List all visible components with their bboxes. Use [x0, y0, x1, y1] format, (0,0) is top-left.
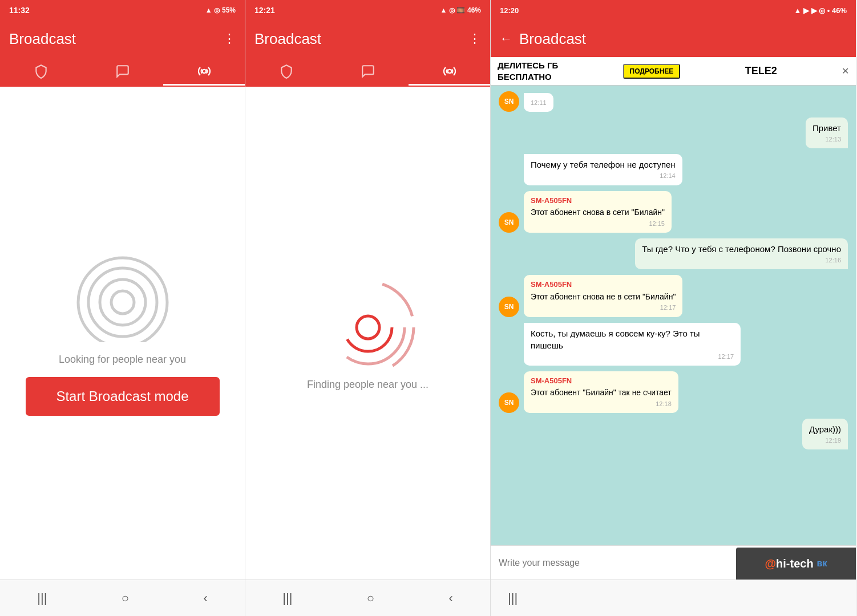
message-text: Ты где? Что у тебя с телефоном? Позвони … [642, 244, 841, 254]
message-time: 12:15 [531, 220, 665, 228]
ad-text-line1: ДЕЛИТЕСЬ ГБ [498, 60, 558, 71]
message-time: 12:13 [812, 135, 841, 144]
nav-bar-2: ||| ○ ‹ [245, 579, 490, 616]
message-bubble: Ты где? Что у тебя с телефоном? Позвони … [635, 238, 848, 269]
app-header-1: Broadcast ⋮ [0, 21, 245, 57]
more-button-2[interactable]: ⋮ [468, 31, 481, 46]
time-1: 11:32 [9, 6, 30, 15]
list-item: SN 12:11 [499, 91, 848, 112]
avatar: SN [499, 212, 519, 233]
tab-broadcast-1[interactable] [163, 57, 245, 86]
list-item: SN SM-A505FN Этот абонент снова в сети "… [499, 191, 848, 233]
message-bubble: Дурак))) 12:19 [802, 419, 848, 449]
list-item: Кость, ты думаешь я совсем ку-ку? Это ты… [499, 323, 848, 366]
nav-home-1[interactable]: ○ [122, 591, 129, 606]
message-text: Этот абонент снова не в сети "Билайн" [531, 292, 676, 301]
nav-menu-2[interactable]: ||| [282, 591, 292, 606]
watermark-at: @ [765, 557, 777, 570]
message-bubble: SM-A505FN Этот абонент снова в сети "Бил… [524, 191, 672, 233]
watermark-name: hi-tech [776, 557, 814, 570]
list-item: Почему у тебя телефон не доступен 12:14 [499, 154, 848, 185]
tab-chat-2[interactable] [327, 57, 409, 86]
avatar: SN [499, 297, 519, 317]
tab-bar-2 [245, 57, 490, 87]
nav-back-2[interactable]: ‹ [448, 591, 452, 606]
sender-name: SM-A505FN [531, 376, 672, 386]
status-bar-3: 12:20 ▲ ▶ ▶ ◎ • 46% [491, 0, 856, 21]
nav-menu-3[interactable]: ||| [508, 591, 518, 606]
time-3: 12:20 [500, 6, 519, 15]
main-content-1: Looking for people near you Start Broadc… [0, 87, 245, 579]
ad-banner: ДЕЛИТЕСЬ ГБ БЕСПЛАТНО ПОДРОБНЕЕ TELE2 ✕ [491, 57, 856, 86]
tab-shield-1[interactable] [0, 57, 82, 86]
status-bar-2: 12:21 ▲ ◎ 🎞️ 46% [245, 0, 490, 21]
broadcast-icon-1 [71, 251, 174, 342]
watermark: @ hi-tech вк [736, 548, 856, 579]
time-2: 12:21 [254, 6, 275, 15]
status-icons-1: ▲ ◎ 55% [205, 6, 236, 14]
message-text: Этот абонент снова в сети "Билайн" [531, 208, 665, 217]
tab-bar-1 [0, 57, 245, 87]
svg-point-9 [322, 282, 414, 367]
more-button-1[interactable]: ⋮ [223, 31, 236, 46]
battery-2: 46% [467, 6, 481, 14]
ad-button[interactable]: ПОДРОБНЕЕ [623, 64, 681, 79]
sender-name: SM-A505FN [531, 196, 665, 206]
message-text: Этот абонент "Билайн" так не считает [531, 388, 672, 397]
ad-text-line2: БЕСПЛАТНО [498, 72, 558, 82]
svg-point-5 [447, 70, 451, 74]
list-item: Ты где? Что у тебя с телефоном? Позвони … [499, 238, 848, 269]
watermark-vk-icon: вк [817, 558, 827, 569]
chat-messages: SN 12:11 Привет 12:13 Почему у тебя теле… [491, 86, 856, 545]
message-bubble: Почему у тебя телефон не доступен 12:14 [524, 154, 682, 185]
back-button[interactable]: ← [500, 31, 512, 46]
broadcast-icon-2 [317, 276, 419, 367]
nav-back-1[interactable]: ‹ [203, 591, 207, 606]
chat-header: ← Broadcast [491, 21, 856, 57]
svg-point-0 [202, 70, 206, 74]
header-title-1: Broadcast [9, 30, 76, 48]
status-icons-3: ▲ ▶ ▶ ◎ • 46% [794, 6, 847, 15]
message-bubble: SM-A505FN Этот абонент снова не в сети "… [524, 275, 682, 317]
message-time: 12:16 [642, 256, 841, 265]
status-icons-2: ▲ ◎ 🎞️ 46% [440, 6, 481, 14]
signal-icon-2: ▲ ◎ 🎞️ [440, 6, 465, 14]
message-text: Привет [812, 123, 841, 133]
message-time: 12:19 [809, 436, 841, 445]
ad-close-button[interactable]: ✕ [842, 66, 849, 76]
tab-chat-1[interactable] [82, 57, 163, 86]
message-text: Дурак))) [809, 424, 841, 434]
message-time: 12:11 [531, 99, 547, 107]
battery-1: 55% [222, 6, 236, 14]
svg-point-6 [357, 316, 379, 339]
nav-home-2[interactable]: ○ [367, 591, 374, 606]
header-title-2: Broadcast [254, 30, 321, 48]
avatar: SN [499, 91, 519, 112]
chat-title: Broadcast [519, 30, 586, 48]
app-header-2: Broadcast ⋮ [245, 21, 490, 57]
list-item: Привет 12:13 [499, 117, 848, 148]
panel-2: 12:21 ▲ ◎ 🎞️ 46% Broadcast ⋮ [245, 0, 491, 616]
message-bubble: Кость, ты думаешь я совсем ку-ку? Это ты… [524, 323, 741, 366]
nav-menu-1[interactable]: ||| [37, 591, 47, 606]
start-broadcast-button[interactable]: Start Broadcast mode [26, 377, 220, 416]
list-item: Дурак))) 12:19 [499, 419, 848, 449]
panel-1: 11:32 ▲ ◎ 55% Broadcast ⋮ [0, 0, 245, 616]
message-time: 12:14 [531, 172, 676, 180]
ad-logo: TELE2 [745, 65, 777, 77]
tab-broadcast-2[interactable] [409, 57, 490, 86]
battery-3: 46% [832, 6, 847, 15]
signal-icon: ▲ ◎ [205, 6, 220, 14]
svg-point-8 [332, 291, 405, 364]
svg-point-2 [100, 279, 145, 325]
svg-point-4 [78, 258, 167, 342]
tab-shield-2[interactable] [245, 57, 327, 86]
list-item: SN SM-A505FN Этот абонент снова не в сет… [499, 275, 848, 317]
status-text-2: Finding people near you ... [296, 379, 440, 391]
signal-icon-3: ▲ ▶ ▶ ◎ • [794, 6, 830, 15]
status-bar-1: 11:32 ▲ ◎ 55% [0, 0, 245, 21]
message-bubble: Привет 12:13 [806, 117, 848, 148]
status-text-1: Looking for people near you [47, 354, 197, 366]
message-text: Кость, ты думаешь я совсем ку-ку? Это ты… [531, 329, 700, 350]
avatar: SN [499, 392, 519, 413]
